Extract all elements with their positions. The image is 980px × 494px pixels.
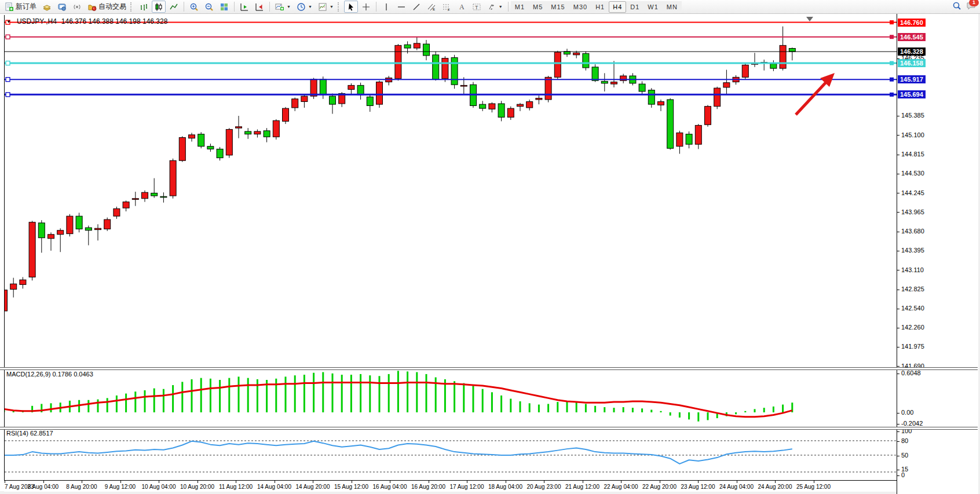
line-price-badge: 145.917: [898, 75, 926, 83]
timeframe-W1[interactable]: W1: [643, 1, 663, 13]
bull-candle-body: [658, 101, 664, 105]
equidistant-channel-icon: E: [427, 2, 436, 12]
templates-button[interactable]: ▼: [316, 1, 336, 13]
line-left-handle[interactable]: [6, 35, 10, 39]
timeframe-M30[interactable]: M30: [569, 1, 591, 13]
svg-text:F: F: [448, 8, 450, 12]
timeframe-D1[interactable]: D1: [626, 1, 643, 13]
templates-icon: [318, 2, 327, 12]
equidistant-channel-button[interactable]: E: [425, 1, 438, 13]
toolbar-right-group: 1: [952, 0, 977, 14]
timeframe-H1[interactable]: H1: [591, 1, 609, 13]
line-right-handle[interactable]: [890, 78, 894, 82]
price-scale[interactable]: 146.235145.385145.100144.815144.530144.2…: [897, 14, 978, 494]
bear-candle-body: [648, 90, 654, 105]
zoom-in-button[interactable]: [187, 1, 201, 13]
bull-candle-body: [142, 192, 148, 199]
pane-separator[interactable]: [0, 427, 978, 430]
timeframe-M5[interactable]: M5: [529, 1, 547, 13]
line-left-handle[interactable]: [6, 61, 10, 65]
bull-candle-body: [517, 104, 524, 107]
bull-candle-body: [554, 52, 561, 77]
new-order-button[interactable]: 新订单: [2, 1, 39, 13]
bear-candle-body: [85, 228, 92, 230]
bear-candle-body: [217, 149, 223, 158]
line-left-handle[interactable]: [6, 78, 10, 82]
text-button[interactable]: A: [455, 1, 469, 13]
fibonacci-button[interactable]: F: [440, 1, 454, 13]
chart-shift-button[interactable]: [253, 1, 266, 13]
toolbar-separator: [184, 2, 184, 12]
bull-candle-body: [132, 199, 138, 200]
auto-scroll-button[interactable]: [237, 1, 251, 13]
indicators-button[interactable]: ▼: [273, 1, 293, 13]
chevron-down-icon[interactable]: ▼: [6, 19, 11, 24]
cursor-button[interactable]: [344, 1, 358, 13]
bar-chart-button[interactable]: [137, 1, 151, 13]
bear-candle-body: [451, 57, 458, 85]
text-icon: A: [457, 2, 466, 12]
timeframe-MN[interactable]: MN: [663, 1, 682, 13]
pane-separator[interactable]: [0, 367, 978, 370]
tick-dash: [897, 475, 899, 476]
red-arrow-annotation[interactable]: [796, 80, 828, 115]
crosshair-button[interactable]: [359, 1, 373, 13]
zoom-out-button[interactable]: [202, 1, 216, 13]
bull-candle-body: [677, 133, 683, 146]
arrow-objects-icon: [487, 2, 496, 12]
candlestick-chart-button[interactable]: [152, 1, 166, 13]
line-right-handle[interactable]: [890, 35, 894, 39]
line-left-handle[interactable]: [6, 93, 10, 97]
zoom-in-icon: [189, 2, 199, 12]
horizontal-line-button[interactable]: [394, 1, 408, 13]
macd-pane[interactable]: [4, 369, 897, 427]
time-axis-tick: [159, 481, 159, 483]
notifications-button[interactable]: 1: [966, 1, 977, 13]
tick-dash: [897, 347, 899, 347]
timeframe-M1[interactable]: M1: [511, 1, 529, 13]
line-right-handle[interactable]: [890, 20, 894, 24]
search-icon[interactable]: [952, 1, 961, 13]
rsi-pane[interactable]: [4, 429, 897, 480]
bear-candle-body: [498, 104, 504, 117]
bear-candle-body: [686, 134, 692, 145]
bull-candle-body: [780, 45, 786, 68]
bull-candle-body: [489, 104, 495, 109]
time-axis-tick: [775, 481, 776, 483]
bull-candle-body: [460, 85, 467, 86]
bull-candle-body: [123, 202, 129, 208]
tick-dash: [897, 174, 899, 174]
vertical-line-button[interactable]: [379, 1, 393, 13]
new-order-icon: [5, 2, 14, 12]
auto-trading-button[interactable]: 自动交易: [85, 1, 129, 13]
trendline-icon: [412, 2, 421, 12]
bull-candle-body: [507, 108, 514, 117]
bull-candle-body: [442, 58, 448, 79]
line-right-handle[interactable]: [890, 93, 894, 97]
bear-candle-body: [320, 79, 326, 95]
tick-dash: [897, 116, 899, 116]
terminal-button[interactable]: [55, 1, 69, 13]
timeframe-M15[interactable]: M15: [547, 1, 569, 13]
line-chart-button[interactable]: [167, 1, 181, 13]
tick-dash: [897, 374, 899, 374]
candles-layer: [4, 27, 795, 327]
timeframe-H4[interactable]: H4: [609, 1, 626, 13]
periods-button[interactable]: ▼: [294, 1, 315, 13]
line-right-handle[interactable]: [890, 61, 894, 65]
trendline-button[interactable]: [409, 1, 423, 13]
time-axis-tick: [506, 481, 506, 483]
arrows-button[interactable]: ▼: [485, 1, 505, 13]
metaeditor-button[interactable]: [40, 1, 54, 13]
svg-text:E: E: [433, 8, 435, 11]
news-button[interactable]: [70, 1, 84, 13]
time-axis[interactable]: 7 Aug 20238 Aug 04:008 Aug 20:009 Aug 12…: [4, 480, 897, 492]
chart-shift-marker[interactable]: [806, 17, 813, 21]
bull-candle-body: [226, 129, 232, 155]
tile-windows-button[interactable]: [217, 1, 231, 13]
main-chart-pane[interactable]: [4, 15, 897, 367]
text-label-button[interactable]: T: [470, 1, 484, 13]
time-axis-tick: [82, 481, 82, 483]
line-chart-icon: [169, 2, 178, 12]
time-axis-tick: [198, 481, 198, 483]
